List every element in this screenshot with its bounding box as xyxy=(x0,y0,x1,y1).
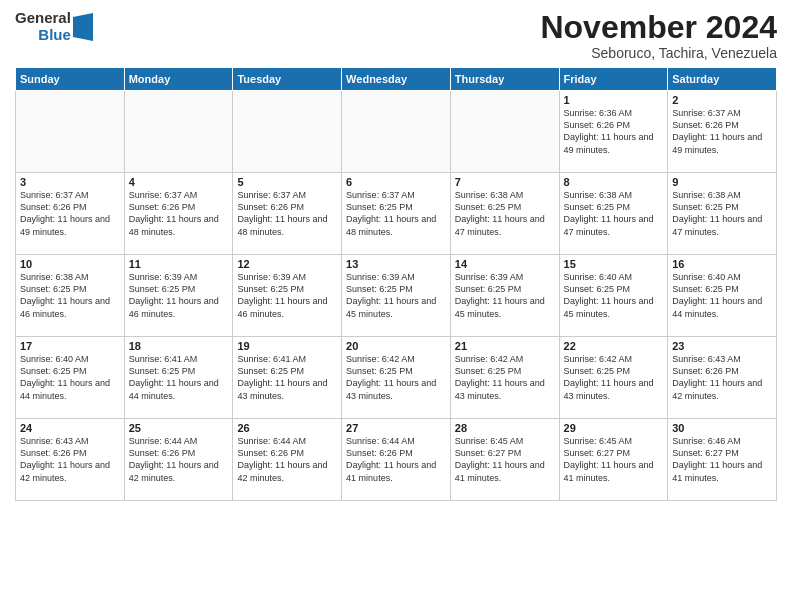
col-tuesday: Tuesday xyxy=(233,68,342,91)
day-number: 30 xyxy=(672,422,772,434)
day-number: 29 xyxy=(564,422,664,434)
day-number: 25 xyxy=(129,422,229,434)
day-cell: 10Sunrise: 6:38 AM Sunset: 6:25 PM Dayli… xyxy=(16,255,125,337)
day-cell: 12Sunrise: 6:39 AM Sunset: 6:25 PM Dayli… xyxy=(233,255,342,337)
day-number: 4 xyxy=(129,176,229,188)
day-cell: 8Sunrise: 6:38 AM Sunset: 6:25 PM Daylig… xyxy=(559,173,668,255)
col-friday: Friday xyxy=(559,68,668,91)
day-number: 2 xyxy=(672,94,772,106)
day-cell: 15Sunrise: 6:40 AM Sunset: 6:25 PM Dayli… xyxy=(559,255,668,337)
day-number: 27 xyxy=(346,422,446,434)
day-cell: 2Sunrise: 6:37 AM Sunset: 6:26 PM Daylig… xyxy=(668,91,777,173)
day-info: Sunrise: 6:37 AM Sunset: 6:25 PM Dayligh… xyxy=(346,189,446,238)
day-cell: 21Sunrise: 6:42 AM Sunset: 6:25 PM Dayli… xyxy=(450,337,559,419)
day-number: 22 xyxy=(564,340,664,352)
day-cell xyxy=(233,91,342,173)
logo-general: General xyxy=(15,10,71,27)
day-info: Sunrise: 6:43 AM Sunset: 6:26 PM Dayligh… xyxy=(672,353,772,402)
day-info: Sunrise: 6:38 AM Sunset: 6:25 PM Dayligh… xyxy=(455,189,555,238)
col-monday: Monday xyxy=(124,68,233,91)
day-number: 11 xyxy=(129,258,229,270)
day-cell xyxy=(124,91,233,173)
day-info: Sunrise: 6:44 AM Sunset: 6:26 PM Dayligh… xyxy=(346,435,446,484)
day-info: Sunrise: 6:37 AM Sunset: 6:26 PM Dayligh… xyxy=(20,189,120,238)
day-info: Sunrise: 6:38 AM Sunset: 6:25 PM Dayligh… xyxy=(672,189,772,238)
logo: General Blue xyxy=(15,10,93,43)
logo-triangle-icon xyxy=(73,13,93,41)
day-number: 6 xyxy=(346,176,446,188)
day-cell: 1Sunrise: 6:36 AM Sunset: 6:26 PM Daylig… xyxy=(559,91,668,173)
day-number: 19 xyxy=(237,340,337,352)
day-cell: 4Sunrise: 6:37 AM Sunset: 6:26 PM Daylig… xyxy=(124,173,233,255)
day-info: Sunrise: 6:36 AM Sunset: 6:26 PM Dayligh… xyxy=(564,107,664,156)
day-cell: 7Sunrise: 6:38 AM Sunset: 6:25 PM Daylig… xyxy=(450,173,559,255)
day-number: 18 xyxy=(129,340,229,352)
day-info: Sunrise: 6:41 AM Sunset: 6:25 PM Dayligh… xyxy=(237,353,337,402)
week-row-2: 10Sunrise: 6:38 AM Sunset: 6:25 PM Dayli… xyxy=(16,255,777,337)
day-number: 5 xyxy=(237,176,337,188)
day-cell xyxy=(16,91,125,173)
day-info: Sunrise: 6:40 AM Sunset: 6:25 PM Dayligh… xyxy=(564,271,664,320)
week-row-4: 24Sunrise: 6:43 AM Sunset: 6:26 PM Dayli… xyxy=(16,419,777,501)
day-cell: 23Sunrise: 6:43 AM Sunset: 6:26 PM Dayli… xyxy=(668,337,777,419)
day-cell: 27Sunrise: 6:44 AM Sunset: 6:26 PM Dayli… xyxy=(342,419,451,501)
day-number: 8 xyxy=(564,176,664,188)
day-number: 23 xyxy=(672,340,772,352)
day-cell: 14Sunrise: 6:39 AM Sunset: 6:25 PM Dayli… xyxy=(450,255,559,337)
day-cell: 11Sunrise: 6:39 AM Sunset: 6:25 PM Dayli… xyxy=(124,255,233,337)
day-number: 9 xyxy=(672,176,772,188)
day-cell: 29Sunrise: 6:45 AM Sunset: 6:27 PM Dayli… xyxy=(559,419,668,501)
day-info: Sunrise: 6:40 AM Sunset: 6:25 PM Dayligh… xyxy=(20,353,120,402)
header-row: Sunday Monday Tuesday Wednesday Thursday… xyxy=(16,68,777,91)
day-info: Sunrise: 6:42 AM Sunset: 6:25 PM Dayligh… xyxy=(346,353,446,402)
week-row-3: 17Sunrise: 6:40 AM Sunset: 6:25 PM Dayli… xyxy=(16,337,777,419)
day-number: 17 xyxy=(20,340,120,352)
svg-marker-0 xyxy=(73,13,93,41)
day-info: Sunrise: 6:39 AM Sunset: 6:25 PM Dayligh… xyxy=(455,271,555,320)
day-cell: 13Sunrise: 6:39 AM Sunset: 6:25 PM Dayli… xyxy=(342,255,451,337)
day-cell xyxy=(342,91,451,173)
day-cell: 9Sunrise: 6:38 AM Sunset: 6:25 PM Daylig… xyxy=(668,173,777,255)
day-number: 10 xyxy=(20,258,120,270)
day-number: 15 xyxy=(564,258,664,270)
day-number: 20 xyxy=(346,340,446,352)
day-number: 26 xyxy=(237,422,337,434)
calendar: Sunday Monday Tuesday Wednesday Thursday… xyxy=(15,67,777,501)
day-cell: 20Sunrise: 6:42 AM Sunset: 6:25 PM Dayli… xyxy=(342,337,451,419)
day-info: Sunrise: 6:44 AM Sunset: 6:26 PM Dayligh… xyxy=(237,435,337,484)
day-info: Sunrise: 6:42 AM Sunset: 6:25 PM Dayligh… xyxy=(564,353,664,402)
day-info: Sunrise: 6:37 AM Sunset: 6:26 PM Dayligh… xyxy=(672,107,772,156)
day-number: 13 xyxy=(346,258,446,270)
col-sunday: Sunday xyxy=(16,68,125,91)
day-info: Sunrise: 6:42 AM Sunset: 6:25 PM Dayligh… xyxy=(455,353,555,402)
day-info: Sunrise: 6:39 AM Sunset: 6:25 PM Dayligh… xyxy=(129,271,229,320)
week-row-1: 3Sunrise: 6:37 AM Sunset: 6:26 PM Daylig… xyxy=(16,173,777,255)
day-info: Sunrise: 6:45 AM Sunset: 6:27 PM Dayligh… xyxy=(564,435,664,484)
day-number: 21 xyxy=(455,340,555,352)
day-info: Sunrise: 6:44 AM Sunset: 6:26 PM Dayligh… xyxy=(129,435,229,484)
week-row-0: 1Sunrise: 6:36 AM Sunset: 6:26 PM Daylig… xyxy=(16,91,777,173)
day-cell: 3Sunrise: 6:37 AM Sunset: 6:26 PM Daylig… xyxy=(16,173,125,255)
page: General Blue November 2024 Seboruco, Tac… xyxy=(0,0,792,612)
day-cell xyxy=(450,91,559,173)
day-number: 7 xyxy=(455,176,555,188)
day-number: 28 xyxy=(455,422,555,434)
day-number: 3 xyxy=(20,176,120,188)
day-info: Sunrise: 6:37 AM Sunset: 6:26 PM Dayligh… xyxy=(129,189,229,238)
day-info: Sunrise: 6:39 AM Sunset: 6:25 PM Dayligh… xyxy=(346,271,446,320)
day-number: 24 xyxy=(20,422,120,434)
day-cell: 25Sunrise: 6:44 AM Sunset: 6:26 PM Dayli… xyxy=(124,419,233,501)
day-info: Sunrise: 6:45 AM Sunset: 6:27 PM Dayligh… xyxy=(455,435,555,484)
day-number: 12 xyxy=(237,258,337,270)
day-cell: 5Sunrise: 6:37 AM Sunset: 6:26 PM Daylig… xyxy=(233,173,342,255)
day-cell: 30Sunrise: 6:46 AM Sunset: 6:27 PM Dayli… xyxy=(668,419,777,501)
day-cell: 28Sunrise: 6:45 AM Sunset: 6:27 PM Dayli… xyxy=(450,419,559,501)
col-saturday: Saturday xyxy=(668,68,777,91)
col-wednesday: Wednesday xyxy=(342,68,451,91)
day-cell: 24Sunrise: 6:43 AM Sunset: 6:26 PM Dayli… xyxy=(16,419,125,501)
location: Seboruco, Tachira, Venezuela xyxy=(540,45,777,61)
day-info: Sunrise: 6:40 AM Sunset: 6:25 PM Dayligh… xyxy=(672,271,772,320)
day-number: 16 xyxy=(672,258,772,270)
day-info: Sunrise: 6:46 AM Sunset: 6:27 PM Dayligh… xyxy=(672,435,772,484)
day-cell: 18Sunrise: 6:41 AM Sunset: 6:25 PM Dayli… xyxy=(124,337,233,419)
